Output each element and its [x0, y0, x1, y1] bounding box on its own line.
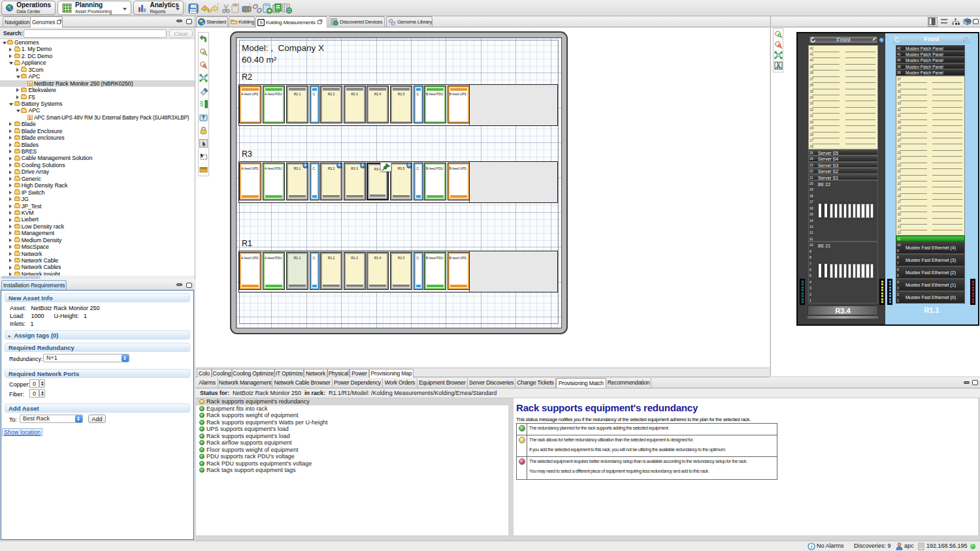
- svg-text:S: S: [259, 20, 263, 25]
